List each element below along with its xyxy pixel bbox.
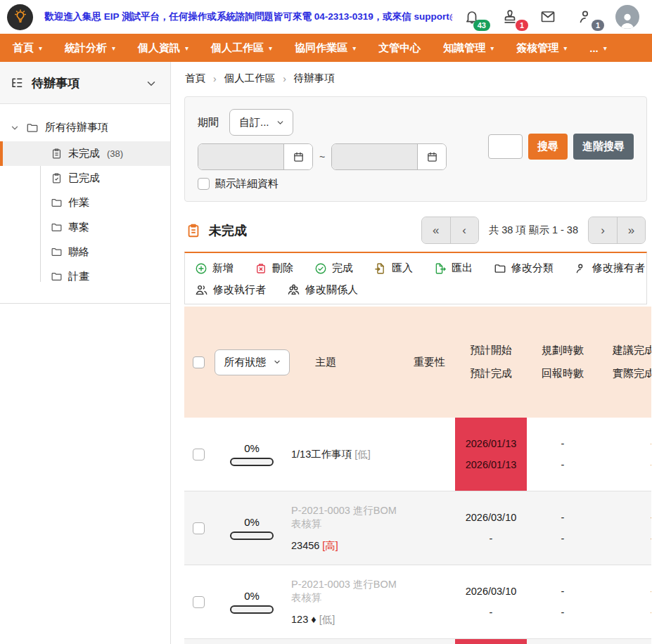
nav-approval[interactable]: 簽核管理▾	[505, 34, 578, 62]
tree-item-count: (38)	[107, 148, 123, 159]
col-actual-finish[interactable]: 實際完成	[613, 367, 651, 380]
user-avatar[interactable]	[615, 5, 639, 29]
notifications-bell-button[interactable]: 43	[464, 8, 480, 25]
tree-item-label: 聯絡	[68, 245, 89, 259]
todo-tree: 所有待辦事項 未完成 (38) 已完成	[0, 104, 170, 303]
select-all-checkbox[interactable]	[193, 356, 205, 368]
show-detail-checkbox[interactable]	[198, 178, 210, 190]
tree-item-plans[interactable]: 計畫	[0, 264, 170, 289]
welcome-marquee: 歡迎進入集思 EIP 測試平台，任何操作或系統諮詢問題皆可來電 04-2313-…	[44, 11, 452, 23]
search-button[interactable]: 搜尋	[528, 134, 568, 160]
change-executor-button[interactable]: 修改執行者	[195, 283, 266, 297]
todo-table: 所有狀態 主題 重要性 預計開始 預計完成 規劃時數 回	[184, 304, 651, 644]
table-row[interactable]	[184, 639, 651, 644]
tree-item-projects[interactable]: 專案	[0, 215, 170, 240]
main-navbar: 首頁▾ 統計分析▾ 個人資訊▾ 個人工作區▾ 協同作業區▾ 文管中心 知識管理▾…	[0, 34, 652, 62]
nav-personal-info[interactable]: 個人資訊▾	[127, 34, 200, 62]
chevron-down-icon[interactable]	[145, 77, 158, 90]
chevron-down-icon[interactable]	[10, 123, 20, 133]
tree-item-completed[interactable]: 已完成	[0, 166, 170, 191]
status-filter-select[interactable]: 所有狀態	[215, 349, 290, 375]
pagination-prev-button[interactable]: ‹	[450, 217, 478, 243]
export-button[interactable]: 匯出	[434, 262, 473, 275]
change-stakeholder-button[interactable]: 修改關係人	[287, 283, 358, 297]
todo-title[interactable]: 23456[高]	[291, 539, 401, 553]
change-stakeholder-label: 修改關係人	[305, 283, 358, 297]
nav-more[interactable]: ...▾	[578, 34, 618, 62]
tree-item-tasks[interactable]: 作業	[0, 191, 170, 215]
table-row[interactable]: 0% P-2021-0003 進行BOM表核算 123 ♦[低] 2026/03…	[184, 565, 651, 639]
date-to-calendar-button[interactable]	[417, 144, 446, 169]
row-checkbox[interactable]	[193, 596, 205, 608]
complete-button[interactable]: 完成	[314, 262, 353, 275]
actual-finish: -	[599, 607, 651, 618]
calendar-icon	[293, 151, 305, 163]
tree-item-incomplete[interactable]: 未完成 (38)	[0, 141, 170, 166]
two-persons-icon	[195, 283, 208, 297]
tree-item-contacts[interactable]: 聯絡	[0, 240, 170, 264]
col-reported-hours[interactable]: 回報時數	[527, 367, 599, 380]
col-suggested-finish[interactable]: 建議完成	[613, 344, 651, 357]
planned-finish-date: -	[455, 607, 527, 618]
delete-box-icon	[255, 262, 267, 275]
pagination-first-button[interactable]: «	[422, 217, 450, 243]
breadcrumb-home[interactable]: 首頁	[185, 72, 205, 85]
nav-collaboration[interactable]: 協同作業區▾	[283, 34, 367, 62]
todo-title[interactable]: 123 ♦[低]	[291, 613, 401, 626]
sidebar-header[interactable]: 待辦事項	[0, 62, 170, 104]
online-users-button[interactable]: 1	[577, 8, 594, 25]
table-row[interactable]: 0% 1/13工作事項[低] 2026/01/13 2026/01/13 - -	[184, 418, 651, 491]
col-topic[interactable]: 主題	[315, 356, 401, 369]
nav-approval-label: 簽核管理	[516, 41, 558, 55]
row-checkbox[interactable]	[193, 449, 205, 461]
reported-hours: -	[527, 607, 599, 618]
todo-project-ref: P-2021-0003 進行BOM表核算	[291, 578, 401, 605]
pagination-next-button[interactable]: ›	[589, 217, 617, 243]
row-checkbox[interactable]	[193, 522, 205, 534]
clipboard-list-icon	[186, 223, 201, 238]
folder-icon	[26, 122, 39, 134]
date-from-input[interactable]	[198, 144, 283, 169]
status-filter-value: 所有狀態	[224, 356, 267, 369]
pagination-last-button[interactable]: »	[617, 217, 645, 243]
add-button[interactable]: 新增	[195, 262, 234, 275]
nav-statistics[interactable]: 統計分析▾	[53, 34, 127, 62]
date-from-calendar-button[interactable]	[283, 144, 312, 169]
delete-button[interactable]: 刪除	[255, 262, 293, 275]
change-owner-button[interactable]: 修改擁有者	[575, 262, 645, 275]
nav-collaboration-label: 協同作業區	[295, 41, 347, 55]
period-select[interactable]: 自訂...	[229, 109, 293, 136]
import-button[interactable]: 匯入	[374, 262, 413, 275]
mail-button[interactable]	[539, 8, 556, 25]
calendar-icon	[426, 151, 438, 163]
range-separator: ~	[319, 151, 325, 162]
approval-stamp-button[interactable]: 1	[501, 8, 518, 25]
change-category-button[interactable]: 修改分類	[494, 262, 554, 275]
advanced-search-button[interactable]: 進階搜尋	[573, 134, 634, 160]
nav-knowledge[interactable]: 知識管理▾	[432, 34, 505, 62]
plus-circle-icon	[195, 262, 207, 275]
search-input[interactable]	[488, 134, 523, 159]
nav-document-center[interactable]: 文管中心	[367, 34, 432, 62]
table-row[interactable]: 0% P-2021-0003 進行BOM表核算 23456[高] 2026/03…	[184, 491, 651, 565]
planned-finish-date: 2026/01/13	[455, 459, 527, 470]
todo-title[interactable]: 1/13工作事項[低]	[291, 448, 401, 461]
col-planned-hours[interactable]: 規劃時數	[527, 344, 599, 357]
date-to-input[interactable]	[332, 144, 417, 169]
col-importance[interactable]: 重要性	[414, 356, 445, 369]
tree-root-all-todos[interactable]: 所有待辦事項	[0, 115, 170, 141]
clipboard-check-icon	[51, 172, 63, 184]
breadcrumb-workspace[interactable]: 個人工作區	[224, 72, 276, 85]
col-planned-start[interactable]: 預計開始	[455, 344, 527, 357]
priority-tag: [低]	[354, 449, 371, 460]
planned-start-date: 2026/03/10	[455, 512, 527, 523]
app-logo[interactable]	[7, 4, 33, 30]
suggested-finish: -	[599, 512, 651, 523]
nav-personal-workspace[interactable]: 個人工作區▾	[200, 34, 283, 62]
progress-bar	[230, 605, 274, 614]
actual-finish: -	[599, 533, 651, 544]
nav-home[interactable]: 首頁▾	[1, 34, 53, 62]
period-select-value: 自訂...	[239, 116, 269, 129]
col-planned-finish[interactable]: 預計完成	[455, 367, 527, 380]
priority-tag: [低]	[319, 614, 335, 625]
